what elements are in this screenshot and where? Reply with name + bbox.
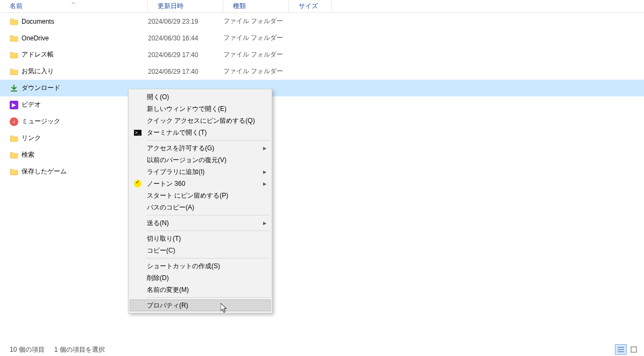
menu-item-label: 開く(O) — [147, 93, 169, 102]
folder-icon — [10, 67, 18, 76]
menu-item[interactable]: プロパティ(R) — [130, 299, 271, 311]
file-row[interactable]: OneDrive2024/06/30 16:44ファイル フォルダー — [0, 30, 644, 46]
file-type: ファイル フォルダー — [223, 33, 289, 43]
file-row[interactable]: アドレス帳2024/06/29 17:40ファイル フォルダー — [0, 46, 644, 63]
file-name: 検索 — [22, 150, 34, 159]
header-date[interactable]: 更新日時 — [148, 0, 223, 12]
menu-separator — [147, 215, 270, 215]
status-item-count: 10 個の項目 — [10, 345, 45, 354]
header-size[interactable]: サイズ — [289, 0, 332, 12]
file-row[interactable]: ▶ビデオ — [0, 96, 644, 113]
file-name: OneDrive — [22, 34, 49, 42]
download-icon — [10, 84, 18, 93]
menu-separator — [147, 297, 270, 298]
menu-item-label: スタート にピン留めする(P) — [147, 191, 228, 200]
menu-item-label: 名前の変更(M) — [147, 285, 189, 295]
menu-item[interactable]: 送る(N)▶ — [130, 217, 271, 229]
file-name: ダウンロード — [22, 83, 60, 93]
menu-item[interactable]: ショートカットの作成(S) — [130, 260, 271, 272]
chevron-right-icon: ▶ — [263, 170, 266, 174]
header-name[interactable]: 名前 ︿ — [0, 0, 148, 12]
file-row[interactable]: ダウンロード — [0, 80, 644, 96]
folder-icon — [10, 51, 18, 59]
menu-item-label: 新しいウィンドウで開く(E) — [147, 104, 227, 114]
file-list: Documents2024/06/29 23:19ファイル フォルダーOneDr… — [0, 13, 644, 180]
menu-separator — [147, 231, 270, 231]
terminal-icon: >_ — [133, 128, 142, 137]
file-name: リンク — [22, 134, 41, 143]
menu-item-label: 送る(N) — [147, 219, 169, 228]
menu-item[interactable]: >_ターミナルで開く(T) — [130, 127, 271, 138]
file-type: ファイル フォルダー — [223, 67, 289, 76]
menu-item[interactable]: 切り取り(T) — [130, 233, 271, 245]
file-row[interactable]: 検索 — [0, 146, 644, 163]
header-size-label: サイズ — [299, 2, 318, 11]
menu-item[interactable]: 以前のバージョンの復元(V) — [130, 154, 271, 166]
norton-icon — [133, 179, 142, 188]
header-type-label: 種類 — [233, 2, 246, 11]
file-name: アドレス帳 — [22, 50, 54, 59]
menu-item[interactable]: 名前の変更(M) — [130, 284, 271, 296]
menu-separator — [147, 258, 270, 259]
status-bar: 10 個の項目 1 個の項目を選択 — [0, 343, 644, 356]
music-icon: ♪ — [10, 117, 18, 126]
file-row[interactable]: リンク — [0, 130, 644, 146]
file-name: お気に入り — [22, 67, 54, 76]
svg-rect-3 — [631, 347, 636, 352]
chevron-right-icon: ▶ — [263, 221, 266, 226]
large-icons-view-button[interactable] — [628, 344, 640, 355]
menu-item[interactable]: 新しいウィンドウで開く(E) — [130, 103, 271, 115]
folder-icon — [10, 34, 18, 43]
menu-separator — [147, 140, 270, 141]
folder-icon — [10, 151, 18, 159]
file-row[interactable]: お気に入り2024/06/29 17:40ファイル フォルダー — [0, 63, 644, 80]
file-row[interactable]: Documents2024/06/29 23:19ファイル フォルダー — [0, 13, 644, 30]
sort-ascending-icon: ︿ — [72, 0, 76, 5]
chevron-right-icon: ▶ — [263, 182, 266, 186]
file-name: ミュージック — [22, 117, 60, 126]
menu-item-label: ターミナルで開く(T) — [147, 128, 207, 137]
details-view-button[interactable] — [615, 344, 627, 355]
status-selected-count: 1 個の項目を選択 — [54, 345, 105, 354]
menu-item-label: ショートカットの作成(S) — [147, 262, 220, 271]
file-name: Documents — [22, 18, 54, 25]
header-name-label: 名前 — [10, 2, 23, 11]
video-icon: ▶ — [10, 101, 18, 109]
menu-item[interactable]: 開く(O) — [130, 91, 271, 103]
menu-item[interactable]: コピー(C) — [130, 245, 271, 256]
menu-item[interactable]: クイック アクセスにピン留めする(Q) — [130, 115, 271, 127]
menu-item-label: ノートン 360 — [147, 179, 185, 189]
folder-icon — [10, 134, 18, 143]
menu-item[interactable]: ライブラリに追加(I)▶ — [130, 166, 271, 178]
menu-item[interactable]: パスのコピー(A) — [130, 201, 271, 213]
header-date-label: 更新日時 — [158, 2, 183, 11]
file-date: 2024/06/29 17:40 — [148, 51, 223, 59]
menu-item-label: アクセスを許可する(G) — [147, 144, 214, 153]
menu-item-label: 切り取り(T) — [147, 234, 181, 243]
folder-icon — [10, 167, 18, 176]
menu-item[interactable]: スタート にピン留めする(P) — [130, 190, 271, 201]
file-date: 2024/06/29 23:19 — [148, 18, 223, 25]
menu-item-label: 削除(D) — [147, 274, 169, 283]
menu-item[interactable]: 削除(D) — [130, 272, 271, 284]
header-type[interactable]: 種類 — [223, 0, 289, 12]
column-headers: 名前 ︿ 更新日時 種類 サイズ — [0, 0, 644, 13]
folder-icon — [10, 17, 18, 26]
file-row[interactable]: ♪ミュージック — [0, 113, 644, 130]
menu-item[interactable]: アクセスを許可する(G)▶ — [130, 142, 271, 154]
chevron-right-icon: ▶ — [263, 146, 266, 151]
context-menu: 開く(O)新しいウィンドウで開く(E)クイック アクセスにピン留めする(Q)>_… — [128, 89, 272, 313]
file-row[interactable]: 保存したゲーム — [0, 163, 644, 180]
file-date: 2024/06/30 16:44 — [148, 34, 223, 42]
menu-item-label: パスのコピー(A) — [147, 203, 194, 212]
menu-item-label: 以前のバージョンの復元(V) — [147, 156, 227, 165]
menu-item-label: コピー(C) — [147, 246, 175, 255]
menu-item-label: プロパティ(R) — [147, 301, 188, 310]
file-name: ビデオ — [22, 100, 41, 109]
menu-item-label: クイック アクセスにピン留めする(Q) — [147, 116, 255, 125]
file-type: ファイル フォルダー — [223, 50, 289, 59]
file-type: ファイル フォルダー — [223, 17, 289, 26]
menu-item-label: ライブラリに追加(I) — [147, 167, 204, 177]
file-date: 2024/06/29 17:40 — [148, 68, 223, 75]
menu-item[interactable]: ノートン 360▶ — [130, 178, 271, 190]
